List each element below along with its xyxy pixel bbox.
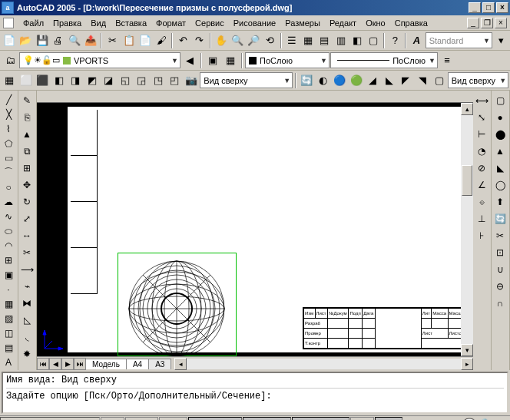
intersect-tool[interactable]: ∩: [492, 295, 508, 312]
slice-tool[interactable]: ✂: [492, 227, 508, 244]
hatch-tool[interactable]: ▦: [0, 297, 17, 312]
view-top-button[interactable]: ⬜: [18, 72, 35, 89]
paste-button[interactable]: 📄: [137, 32, 153, 49]
save-button[interactable]: 💾: [34, 32, 49, 49]
menu-edit[interactable]: Правка: [48, 17, 86, 29]
mirror-tool[interactable]: ▲: [18, 126, 35, 143]
status-tray-icon[interactable]: ▾: [493, 418, 507, 421]
view-se-iso-button[interactable]: ◲: [134, 72, 150, 89]
redo-button[interactable]: ↷: [192, 32, 207, 49]
document-icon[interactable]: [3, 18, 14, 28]
layer-manager-button[interactable]: 🗂: [2, 52, 18, 69]
fillet-tool[interactable]: ◟: [18, 329, 35, 346]
tab-a4[interactable]: A4: [126, 359, 149, 369]
dim-aligned-tool[interactable]: ⤡: [473, 109, 490, 126]
dim-diameter-tool[interactable]: ⊘: [473, 160, 490, 177]
status-lock-icon[interactable]: 🔒: [478, 418, 492, 421]
text-style-more-button[interactable]: ▾: [493, 32, 508, 49]
text-style-dropdown[interactable]: Standard ▼: [426, 32, 492, 48]
doc-minimize-button[interactable]: _: [467, 18, 479, 28]
named-views-button[interactable]: ▦: [2, 72, 18, 89]
drawing-canvas[interactable]: ИзмЛист№ДокумПодпДатаЛитМассаМасштаб Раз…: [37, 103, 473, 356]
undo-button[interactable]: ↶: [175, 32, 190, 49]
view-bottom-button[interactable]: ⬛: [35, 72, 51, 89]
status-ortho[interactable]: ОРТО: [159, 417, 187, 421]
ellipse-arc-tool[interactable]: ◠: [0, 238, 17, 253]
doc-close-button[interactable]: ×: [495, 18, 507, 28]
section-tool[interactable]: ⊡: [492, 244, 508, 261]
scroll-left-button[interactable]: ◂: [174, 358, 187, 370]
scroll-down-button[interactable]: ▾: [461, 344, 473, 356]
trim-tool[interactable]: ✂: [18, 244, 35, 261]
scale-tool[interactable]: ⤢: [18, 210, 35, 227]
dim-quick-tool[interactable]: ⟐: [473, 193, 490, 210]
gradient-tool[interactable]: ▨: [0, 312, 17, 326]
line-tool[interactable]: ╱: [0, 92, 17, 107]
insert-block-tool[interactable]: ⊞: [0, 253, 17, 268]
horizontal-scrollbar[interactable]: ◂ ▸: [174, 358, 473, 370]
shade-button[interactable]: 🔵: [332, 72, 348, 89]
tab-a3[interactable]: A3: [148, 359, 171, 369]
menu-insert[interactable]: Вставка: [111, 17, 151, 29]
pan-button[interactable]: ✋: [214, 32, 229, 49]
view-left-button[interactable]: ◧: [51, 72, 68, 89]
help-button[interactable]: ?: [387, 32, 402, 49]
revcloud-tool[interactable]: ☁: [0, 194, 17, 209]
hide-button[interactable]: ◐: [316, 72, 332, 89]
extend-tool[interactable]: ⟶: [18, 261, 35, 278]
layer-dropdown[interactable]: 💡 ☀ 🔓 ▭ VPORTS ▼: [19, 52, 180, 68]
make-block-tool[interactable]: ▣: [0, 268, 17, 283]
scroll-right-button[interactable]: ▸: [461, 358, 473, 370]
dim-angular-tool[interactable]: ∠: [473, 177, 490, 193]
move-tool[interactable]: ✥: [18, 177, 35, 193]
menu-help[interactable]: Справка: [390, 17, 432, 29]
sheetset-button[interactable]: ▥: [333, 32, 348, 49]
tab-model[interactable]: Модель: [85, 359, 127, 369]
polygon-tool[interactable]: ⬠: [0, 136, 17, 150]
3dorbit-button[interactable]: 🔄: [299, 72, 315, 89]
ucs-icon-button[interactable]: ◢: [365, 72, 381, 89]
menu-dimension[interactable]: Размеры: [280, 17, 325, 29]
menu-draw[interactable]: Рисование: [229, 17, 280, 29]
close-button[interactable]: ×: [496, 2, 508, 13]
zoom-window-button[interactable]: 🔎: [246, 32, 261, 49]
dim-baseline-tool[interactable]: ⊥: [473, 210, 490, 227]
dim-radius-tool[interactable]: ◔: [473, 143, 490, 160]
status-polar[interactable]: ОТС-ПОЛЯР: [188, 417, 242, 421]
dim-ordinate-tool[interactable]: ⊢: [473, 126, 490, 143]
zoom-previous-button[interactable]: ⟲: [263, 32, 278, 49]
make-layer-current-button[interactable]: ▣: [204, 52, 221, 69]
break-tool[interactable]: ⌁: [18, 278, 35, 295]
status-comm-icon[interactable]: 💬: [462, 418, 476, 421]
lineweight-button[interactable]: ≡: [439, 52, 455, 69]
render-button[interactable]: 🟢: [349, 72, 365, 89]
menu-view[interactable]: Вид: [86, 17, 111, 29]
join-tool[interactable]: ⧓: [18, 295, 35, 312]
scroll-thumb[interactable]: [462, 165, 472, 196]
status-grid[interactable]: СЕТКА: [125, 417, 158, 421]
rectangle-tool[interactable]: ▭: [0, 150, 17, 165]
box-tool[interactable]: ▢: [492, 92, 508, 109]
view-front-button[interactable]: ◩: [84, 72, 101, 89]
view-right-button[interactable]: ◨: [68, 72, 84, 89]
status-otrack[interactable]: ОТС-ОБЪЕКТ: [292, 417, 349, 421]
array-tool[interactable]: ⊞: [18, 160, 35, 177]
qcalc-button[interactable]: ▢: [366, 32, 381, 49]
view-sw-iso-button[interactable]: ◱: [118, 72, 134, 89]
rotate-tool[interactable]: ↻: [18, 193, 35, 210]
doc-restore-button[interactable]: ❐: [481, 18, 493, 28]
named-view-dropdown[interactable]: Вид сверху ▼: [200, 72, 293, 88]
menu-tools[interactable]: Сервис: [190, 17, 229, 29]
ucs-4-button[interactable]: ▢: [431, 72, 447, 89]
status-paper[interactable]: ЛИСТ: [375, 417, 403, 421]
view-back-button[interactable]: ◪: [101, 72, 117, 89]
menu-window[interactable]: Окно: [361, 17, 390, 29]
menu-file[interactable]: Файл: [18, 17, 48, 29]
view-ne-iso-button[interactable]: ◳: [151, 72, 167, 89]
menu-modify[interactable]: Редакт: [325, 17, 361, 29]
tab-prev-button[interactable]: ◀: [49, 358, 61, 370]
vertical-scrollbar[interactable]: ▴ ▾: [461, 103, 473, 356]
torus-tool[interactable]: ◯: [492, 177, 508, 193]
layer-states-button[interactable]: ▦: [222, 52, 239, 69]
ucs-button[interactable]: ◣: [382, 72, 398, 89]
